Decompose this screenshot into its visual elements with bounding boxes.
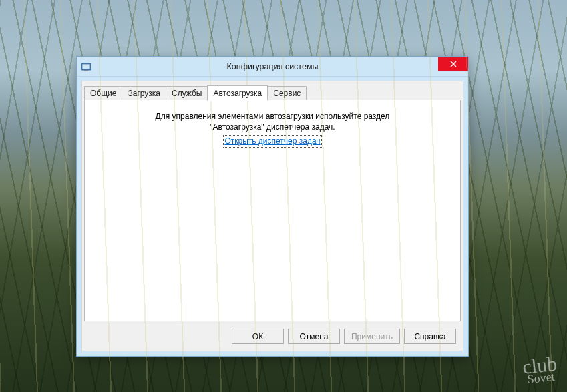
tab-services[interactable]: Службы xyxy=(166,86,208,100)
client-area: Общие Загрузка Службы Автозагрузка Серви… xyxy=(81,81,463,351)
tab-startup[interactable]: Автозагрузка xyxy=(207,85,268,101)
ok-button[interactable]: ОК xyxy=(232,329,284,344)
help-button[interactable]: Справка xyxy=(404,329,456,344)
startup-tab-page: Для управления элементами автозагрузки и… xyxy=(84,100,461,321)
tab-tools[interactable]: Сервис xyxy=(267,86,307,100)
desktop-wallpaper: Конфигурация системы Общие Загрузка Служ… xyxy=(0,0,567,392)
watermark: club Sovet xyxy=(522,355,558,385)
window-title: Конфигурация системы xyxy=(77,62,468,71)
svg-rect-2 xyxy=(84,70,88,71)
cancel-button[interactable]: Отмена xyxy=(288,329,340,344)
open-task-manager-link[interactable]: Открыть диспетчер задач xyxy=(223,135,321,147)
msconfig-window: Конфигурация системы Общие Загрузка Служ… xyxy=(76,56,469,357)
close-button[interactable] xyxy=(438,57,468,71)
tab-strip: Общие Загрузка Службы Автозагрузка Серви… xyxy=(82,84,463,100)
tab-general[interactable]: Общие xyxy=(84,86,122,100)
dialog-buttons: ОК Отмена Применить Справка xyxy=(232,329,456,344)
titlebar[interactable]: Конфигурация системы xyxy=(77,57,468,77)
system-config-icon xyxy=(81,61,91,72)
startup-message-line1: Для управления элементами автозагрузки и… xyxy=(156,112,390,121)
startup-message: Для управления элементами автозагрузки и… xyxy=(85,111,460,148)
watermark-top: club xyxy=(522,352,558,377)
startup-message-line2: "Автозагрузка" диспетчера задач. xyxy=(210,122,335,132)
svg-rect-1 xyxy=(83,64,90,69)
watermark-bottom: Sovet xyxy=(524,371,559,385)
tab-boot[interactable]: Загрузка xyxy=(122,86,166,100)
apply-button[interactable]: Применить xyxy=(344,329,400,344)
